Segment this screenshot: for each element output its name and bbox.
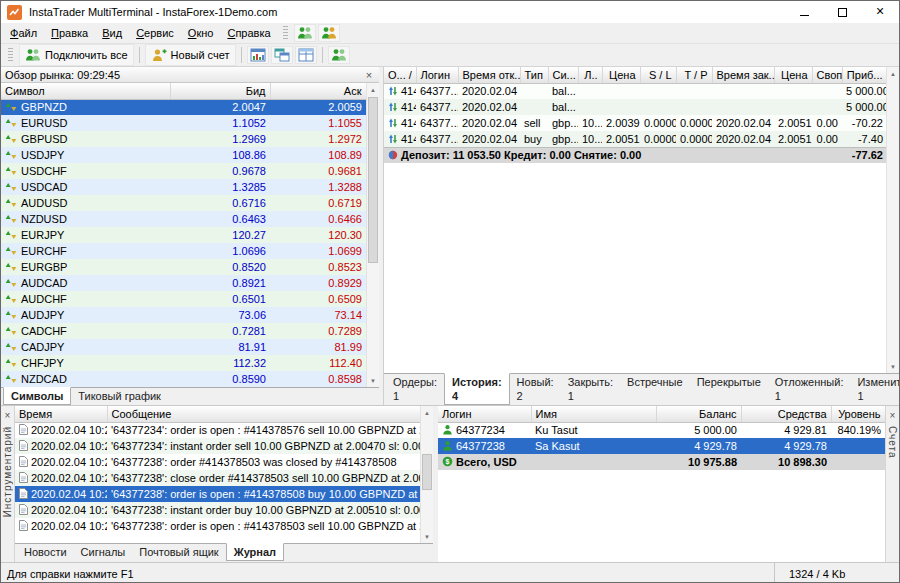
market-watch-row[interactable]: GBPNZD 2.0047 2.0059 bbox=[1, 99, 366, 115]
panel-close-icon[interactable] bbox=[890, 409, 896, 421]
column-header-profit[interactable]: Приб... bbox=[842, 67, 886, 83]
scroll-down-icon[interactable] bbox=[421, 530, 433, 543]
column-header-price[interactable]: Цена bbox=[602, 67, 640, 83]
market-watch-row[interactable]: NZDUSD 0.6463 0.6466 bbox=[1, 211, 366, 227]
market-watch-row[interactable]: CADJPY 81.91 81.99 bbox=[1, 339, 366, 355]
close-button[interactable] bbox=[861, 1, 899, 23]
column-header-symbol[interactable]: Си... bbox=[548, 67, 578, 83]
order-row[interactable]: 414... 64377... 2020.02.04 ... bal... bbox=[384, 83, 886, 99]
panel-close-icon[interactable] bbox=[363, 69, 375, 81]
tab[interactable]: История: 4 bbox=[444, 373, 510, 405]
scroll-thumb[interactable] bbox=[422, 454, 432, 490]
column-header-close-price[interactable]: Цена bbox=[774, 67, 812, 83]
tab[interactable]: Сигналы bbox=[74, 544, 133, 560]
account-row[interactable]: 64377234 Ku Tasut 5 000.00 4 929.81 840.… bbox=[438, 422, 885, 438]
grid-view-button[interactable] bbox=[295, 46, 317, 64]
column-header-equity[interactable]: Средства bbox=[741, 406, 831, 422]
market-watch-row[interactable]: USDJPY 108.86 108.89 bbox=[1, 147, 366, 163]
journal-row[interactable]: 2020.02.04 10:28:... '64377238': order i… bbox=[15, 518, 420, 534]
market-watch-row[interactable]: CADCHF 0.7281 0.7289 bbox=[1, 323, 366, 339]
tab[interactable]: Новости bbox=[17, 544, 74, 560]
tab[interactable]: Закрыть: 1 bbox=[561, 374, 620, 404]
market-watch-row[interactable]: NZDCAD 0.8590 0.8598 bbox=[1, 371, 366, 387]
column-header-time[interactable]: Время bbox=[15, 406, 107, 422]
scroll-up-icon[interactable] bbox=[421, 406, 433, 419]
tab[interactable]: Почтовый ящик bbox=[132, 544, 225, 560]
journal-row[interactable]: 2020.02.04 10:28:... '64377238': instant… bbox=[15, 502, 420, 518]
panel-close-icon[interactable] bbox=[5, 409, 11, 421]
new-account-button[interactable]: Новый счет bbox=[145, 44, 236, 66]
tab[interactable]: Журнал bbox=[226, 543, 284, 561]
tab[interactable]: Тиковый график bbox=[71, 388, 168, 404]
journal-row[interactable]: 2020.02.04 10:29:... '64377234': instant… bbox=[15, 438, 420, 454]
market-watch-row[interactable]: EURGBP 0.8520 0.8523 bbox=[1, 259, 366, 275]
column-header-login[interactable]: Логин bbox=[416, 67, 458, 83]
journal-row[interactable]: 2020.02.04 10:29:... '64377234': order i… bbox=[15, 422, 420, 438]
column-header-lots[interactable]: Л.. bbox=[578, 67, 602, 83]
column-header-login[interactable]: Логин bbox=[438, 406, 531, 422]
column-header-message[interactable]: Сообщение bbox=[107, 406, 420, 422]
column-header-symbol[interactable]: Символ bbox=[1, 83, 170, 99]
market-watch-row[interactable]: AUDUSD 0.6716 0.6719 bbox=[1, 195, 366, 211]
account-row[interactable]: 64377238 Sa Kasut 4 929.78 4 929.78 bbox=[438, 438, 885, 454]
scroll-down-icon[interactable] bbox=[887, 360, 899, 373]
journal-row[interactable]: 2020.02.04 10:28:... '64377238': close o… bbox=[15, 470, 420, 486]
market-watch-scrollbar[interactable] bbox=[366, 83, 379, 387]
menu-item[interactable]: Справка bbox=[220, 23, 277, 43]
order-row[interactable]: 414... 64377... 2020.02.04 ... sell gbp.… bbox=[384, 115, 886, 131]
journal-row[interactable]: 2020.02.04 10:28:... '64377238': order #… bbox=[15, 454, 420, 470]
market-watch-row[interactable]: AUDCHF 0.6501 0.6509 bbox=[1, 291, 366, 307]
chart-view-button[interactable] bbox=[247, 46, 269, 64]
tab[interactable]: Встречные bbox=[620, 374, 690, 390]
menu-item[interactable]: Окно bbox=[181, 23, 221, 43]
menu-item[interactable]: Вид bbox=[95, 23, 129, 43]
journal-row[interactable]: 2020.02.04 10:28:... '64377238': order i… bbox=[15, 486, 420, 502]
market-watch-row[interactable]: USDCHF 0.9678 0.9681 bbox=[1, 163, 366, 179]
column-header-order[interactable]: О... / bbox=[384, 67, 416, 83]
orders-scrollbar[interactable] bbox=[886, 67, 899, 373]
column-header-name[interactable]: Имя bbox=[531, 406, 656, 422]
journal-scrollbar[interactable] bbox=[420, 406, 433, 543]
accounts-toolbar-button-2[interactable] bbox=[318, 24, 340, 42]
tile-windows-button[interactable] bbox=[271, 46, 293, 64]
column-header-sl[interactable]: S / L bbox=[640, 67, 676, 83]
column-header-ask[interactable]: Аск bbox=[270, 83, 366, 99]
toolbar-grip[interactable] bbox=[8, 48, 13, 62]
menu-item[interactable]: Правка bbox=[44, 23, 95, 43]
connect-all-button[interactable]: Подключить все bbox=[19, 44, 134, 66]
tab[interactable]: Отложенный: 1 bbox=[768, 374, 851, 404]
menu-item[interactable]: Файл bbox=[3, 23, 44, 43]
tab[interactable]: Ордеры: 1 bbox=[386, 374, 444, 404]
scroll-up-icon[interactable] bbox=[887, 67, 899, 80]
market-watch-row[interactable]: EURUSD 1.1052 1.1055 bbox=[1, 115, 366, 131]
scroll-thumb[interactable] bbox=[368, 97, 378, 263]
market-watch-row[interactable]: AUDJPY 73.06 73.14 bbox=[1, 307, 366, 323]
accounts-button[interactable] bbox=[328, 46, 350, 64]
column-header-swap[interactable]: Своп bbox=[812, 67, 842, 83]
market-watch-row[interactable]: EURJPY 120.27 120.30 bbox=[1, 227, 366, 243]
scroll-down-icon[interactable] bbox=[367, 374, 379, 387]
market-watch-row[interactable]: AUDCAD 0.8921 0.8929 bbox=[1, 275, 366, 291]
market-watch-row[interactable]: GBPUSD 1.2969 1.2972 bbox=[1, 131, 366, 147]
market-watch-row[interactable]: EURCHF 1.0696 1.0699 bbox=[1, 243, 366, 259]
scroll-up-icon[interactable] bbox=[367, 83, 379, 96]
toolbar-grip[interactable] bbox=[283, 26, 288, 40]
column-header-close-time[interactable]: Время зак... bbox=[712, 67, 774, 83]
order-row[interactable]: 414... 64377... 2020.02.04 ... buy gbp..… bbox=[384, 131, 886, 147]
tab[interactable]: Перекрытые bbox=[690, 374, 768, 390]
column-header-level[interactable]: Уровень bbox=[831, 406, 885, 422]
column-header-balance[interactable]: Баланс bbox=[656, 406, 741, 422]
column-header-open-time[interactable]: Время отк... bbox=[458, 67, 520, 83]
column-header-type[interactable]: Тип bbox=[520, 67, 548, 83]
order-row[interactable]: 414... 64377... 2020.02.04 ... bal... bbox=[384, 99, 886, 115]
tab[interactable]: Новый: 2 bbox=[510, 374, 561, 404]
tab[interactable]: Изменить: 1 bbox=[850, 374, 899, 404]
menu-item[interactable]: Сервис bbox=[129, 23, 181, 43]
maximize-button[interactable] bbox=[823, 1, 861, 23]
market-watch-row[interactable]: USDCAD 1.3285 1.3288 bbox=[1, 179, 366, 195]
market-watch-row[interactable]: CHFJPY 112.32 112.40 bbox=[1, 355, 366, 371]
tab[interactable]: Символы bbox=[3, 387, 71, 405]
minimize-button[interactable] bbox=[785, 1, 823, 23]
column-header-bid[interactable]: Бид bbox=[170, 83, 270, 99]
accounts-toolbar-button-1[interactable] bbox=[294, 24, 316, 42]
